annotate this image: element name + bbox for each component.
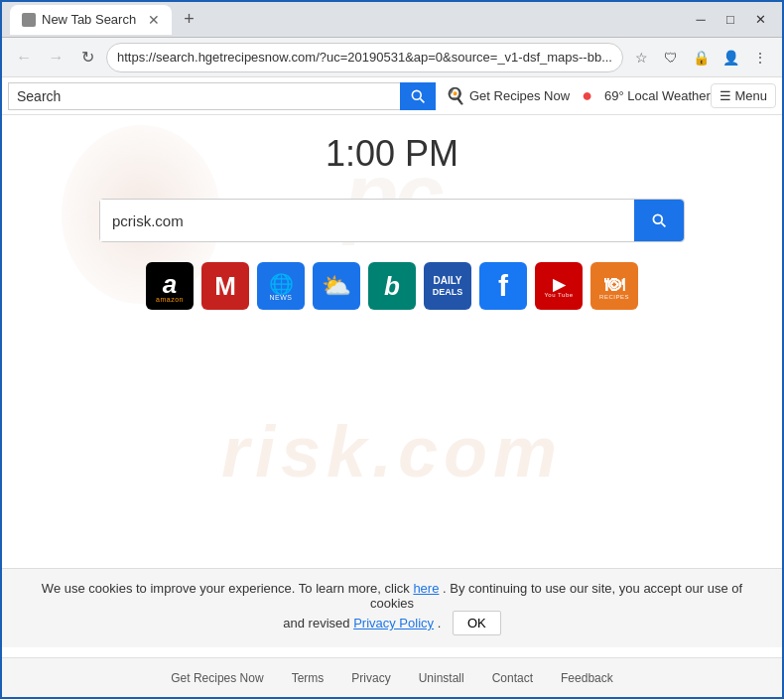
main-search-input[interactable]	[100, 200, 634, 241]
tab-close-button[interactable]: ✕	[148, 12, 160, 28]
back-button[interactable]: ←	[10, 43, 38, 72]
star-icon[interactable]: ☆	[627, 44, 655, 71]
quicklink-youtube[interactable]: ▶You Tube	[535, 262, 583, 310]
menu-button[interactable]: ☰ Menu	[711, 83, 776, 108]
quicklink-facebook[interactable]: f	[479, 262, 527, 310]
window-controls: ─ □ ✕	[687, 6, 774, 34]
watermark: pc risk.com	[2, 115, 782, 512]
main-search-button[interactable]	[634, 200, 684, 241]
footer-contact-link[interactable]: Contact	[492, 671, 533, 685]
titlebar: New Tab Search ✕ + ─ □ ✕	[2, 2, 782, 38]
address-bar-url: https://search.hgetrecipesnow.com/?uc=20…	[117, 50, 612, 65]
main-search-row	[99, 199, 685, 242]
quicklink-amazon[interactable]: aamazon	[146, 262, 194, 310]
search-icon	[410, 88, 426, 104]
main-search-container	[99, 199, 685, 242]
browser-toolbar: ← → ↻ https://search.hgetrecipesnow.com/…	[2, 38, 782, 77]
recipes-label: Get Recipes Now	[469, 88, 570, 103]
maximize-button[interactable]: □	[717, 6, 744, 34]
account-icon[interactable]: 👤	[717, 44, 744, 71]
quicklink-recipes[interactable]: 🍽RECIPES	[590, 262, 638, 310]
cookie-text4: .	[438, 616, 442, 630]
forward-button[interactable]: →	[42, 43, 69, 72]
toolbar-icons: ☆ 🛡 🔒 👤 ⋮	[627, 44, 774, 71]
nav-links: 🍳 Get Recipes Now ● 69° Local Weather	[446, 85, 711, 106]
cookie-here-link[interactable]: here	[413, 581, 439, 596]
cookie-ok-button[interactable]: OK	[453, 611, 501, 635]
time-display: 1:00 PM	[326, 133, 458, 175]
svg-line-1	[420, 98, 424, 102]
quicklink-weather[interactable]: ⛅	[313, 262, 360, 310]
extension-icon[interactable]: 🛡	[657, 44, 685, 71]
minimize-button[interactable]: ─	[687, 6, 715, 34]
weather-dot: ●	[582, 85, 592, 106]
quicklink-gmail[interactable]: M	[201, 262, 249, 310]
close-button[interactable]: ✕	[746, 6, 774, 34]
cookie-text1: We use cookies to improve your experienc…	[42, 581, 410, 596]
shield-icon[interactable]: 🔒	[687, 44, 715, 71]
footer-recipes-link[interactable]: Get Recipes Now	[171, 671, 263, 685]
browser-tab[interactable]: New Tab Search ✕	[10, 5, 172, 35]
main-search-icon	[651, 212, 667, 228]
new-tab-button[interactable]: +	[176, 5, 202, 34]
footer-feedback-link[interactable]: Feedback	[561, 671, 613, 685]
quicklink-deals[interactable]: DAILYDEALS	[424, 262, 471, 310]
tab-title: New Tab Search	[42, 12, 136, 27]
weather-label: 69° Local Weather	[604, 88, 711, 103]
page-content: pc risk.com 1:00 PM aamazon M 🌐NEWS ⛅ b …	[2, 115, 782, 512]
footer-uninstall-link[interactable]: Uninstall	[419, 671, 464, 685]
footer: Get Recipes Now Terms Privacy Uninstall …	[2, 657, 782, 697]
watermark-bottom-text: risk.com	[2, 411, 782, 492]
browser-search-button[interactable]	[400, 82, 436, 110]
cookie-banner: We use cookies to improve your experienc…	[2, 568, 782, 647]
svg-point-0	[412, 90, 421, 99]
cookie-text3: and revised	[283, 616, 349, 630]
svg-line-3	[661, 222, 665, 226]
quicklink-web[interactable]: 🌐NEWS	[257, 262, 305, 310]
recipes-icon: 🍳	[446, 86, 465, 105]
menu-label: ☰ Menu	[719, 88, 767, 103]
address-bar[interactable]: https://search.hgetrecipesnow.com/?uc=20…	[106, 43, 623, 72]
more-icon[interactable]: ⋮	[746, 44, 774, 71]
browser-search-input[interactable]	[8, 82, 400, 110]
quicklink-bing[interactable]: b	[368, 262, 416, 310]
cookie-privacy-link[interactable]: Privacy Policy	[353, 616, 434, 630]
quick-links: aamazon M 🌐NEWS ⛅ b DAILYDEALS f ▶You Tu…	[146, 262, 638, 310]
browser-search-bar: 🍳 Get Recipes Now ● 69° Local Weather ☰ …	[2, 77, 782, 115]
footer-terms-link[interactable]: Terms	[292, 671, 325, 685]
footer-privacy-link[interactable]: Privacy	[351, 671, 390, 685]
svg-point-2	[653, 214, 662, 223]
tab-favicon	[22, 13, 36, 27]
refresh-button[interactable]: ↻	[74, 43, 102, 72]
weather-link[interactable]: 69° Local Weather	[604, 88, 711, 103]
recipes-link[interactable]: 🍳 Get Recipes Now	[446, 86, 570, 105]
